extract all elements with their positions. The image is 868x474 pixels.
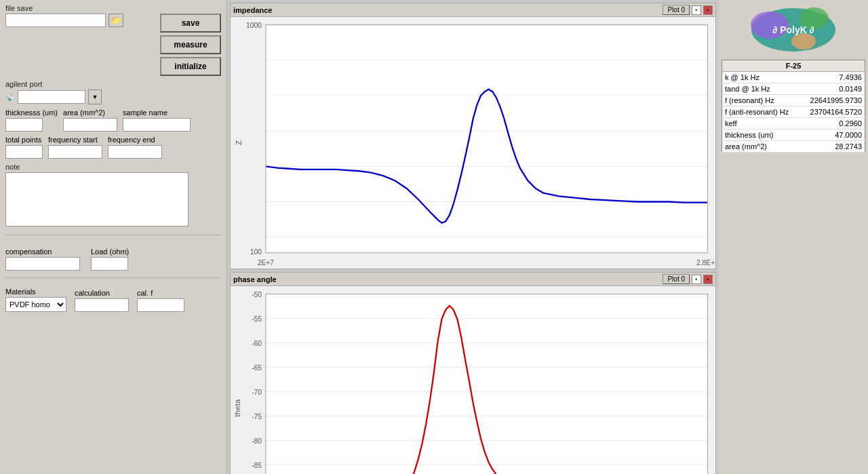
- thickness-input[interactable]: 47: [5, 118, 43, 132]
- info-value: 0.0149: [800, 83, 865, 95]
- svg-rect-18: [266, 294, 708, 474]
- measure-button[interactable]: measure: [160, 35, 221, 54]
- calculation-label: calculation: [75, 289, 129, 297]
- file-save-label: file save: [5, 4, 155, 12]
- phase-plot-controls: Plot 0 ▪ ▪: [663, 274, 713, 284]
- calculation-input[interactable]: [75, 298, 129, 312]
- divider-2: [5, 277, 221, 278]
- info-value: 7.4936: [800, 72, 865, 83]
- gpib-dropdown-button[interactable]: ▼: [88, 90, 102, 104]
- svg-rect-1: [266, 25, 708, 253]
- info-value: 0.2960: [800, 118, 865, 130]
- compensation-label: compensation: [5, 248, 80, 256]
- phase-plot0-button[interactable]: Plot 0: [663, 274, 690, 284]
- materials-label: Materials: [5, 288, 66, 296]
- svg-text:-50: -50: [252, 291, 262, 298]
- info-table-row: area (mm^2)28.2743: [722, 141, 865, 153]
- impedance-title: impedance: [233, 6, 272, 14]
- phase-chart: -50 -55 -60 -65 -70 -75 -80 -85 -90 -95 …: [231, 286, 715, 474]
- info-table-row: f (anti-resonant) Hz23704164.5720: [722, 106, 865, 118]
- info-table: F-25 k @ 1k Hz7.4936tand @ 1k Hz0.0149f …: [722, 60, 865, 153]
- svg-text:100: 100: [250, 248, 262, 256]
- total-points-label: total points: [5, 136, 43, 144]
- impedance-plot-container: impedance Plot 0 ▪ ▪: [230, 3, 716, 269]
- initialize-button[interactable]: initialize: [160, 57, 221, 76]
- folder-button[interactable]: 📁: [108, 14, 123, 27]
- compensation-input[interactable]: [5, 257, 80, 271]
- info-table-row: k @ 1k Hz7.4936: [722, 72, 865, 83]
- freq-end-label: frequency end: [108, 136, 162, 144]
- sample-name-label: sample name: [123, 108, 191, 117]
- gpib-icon: 📡: [5, 94, 14, 101]
- divider-1: [5, 235, 221, 235]
- info-table-row: thickness (um)47.0000: [722, 130, 865, 141]
- note-textarea[interactable]: [5, 172, 189, 226]
- info-table-header: F-25: [722, 60, 865, 72]
- load-input[interactable]: 50: [91, 257, 128, 271]
- cal-f-label: cal. f: [137, 289, 184, 297]
- load-label: Load (ohm): [91, 248, 129, 256]
- materials-select[interactable]: PVDF homo: [5, 297, 66, 312]
- thickness-label: thicknesss (um): [5, 108, 58, 117]
- info-label: tand @ 1k Hz: [722, 83, 800, 95]
- save-button[interactable]: save: [160, 14, 221, 33]
- svg-text:-55: -55: [252, 315, 262, 323]
- impedance-plot-icon1[interactable]: ▪: [692, 5, 701, 15]
- svg-text:-80: -80: [252, 437, 262, 445]
- impedance-plot0-button[interactable]: Plot 0: [663, 5, 690, 15]
- center-panel: impedance Plot 0 ▪ ▪: [227, 0, 719, 474]
- file-path-input[interactable]: C:\Users\b...\test\small: [5, 14, 106, 27]
- phase-plot-icon1[interactable]: ▪: [692, 275, 701, 284]
- svg-text:-60: -60: [252, 340, 262, 347]
- area-input[interactable]: 28.2743: [63, 118, 117, 132]
- info-label: thickness (um): [722, 130, 800, 141]
- svg-point-47: [791, 33, 816, 50]
- svg-text:-70: -70: [252, 389, 262, 396]
- svg-text:-75: -75: [252, 413, 262, 420]
- phase-title: phase angle: [233, 275, 277, 283]
- info-table-row: tand @ 1k Hz0.0149: [722, 83, 865, 95]
- impedance-plot-header: impedance Plot 0 ▪ ▪: [231, 3, 715, 17]
- total-points-input[interactable]: 1000: [5, 145, 43, 159]
- svg-text:theta: theta: [233, 399, 241, 416]
- freq-start-label: frequency start: [48, 136, 102, 144]
- svg-text:frequency: frequency: [470, 268, 505, 269]
- note-label: note: [5, 163, 221, 171]
- impedance-chart: 1000 100 2E+7 2.8E+7 frequency Z: [231, 17, 715, 269]
- svg-text:Z: Z: [235, 140, 243, 145]
- impedance-plot-icon2[interactable]: ▪: [703, 5, 713, 15]
- gpib-input[interactable]: GPIB0::17:: [18, 90, 85, 104]
- phase-plot-area: -50 -55 -60 -65 -70 -75 -80 -85 -90 -95 …: [231, 286, 715, 474]
- info-value: 22641995.9730: [800, 95, 865, 106]
- svg-text:∂ PolyK ∂: ∂ PolyK ∂: [772, 24, 814, 35]
- cal-f-input[interactable]: 1681E+7: [137, 298, 184, 312]
- info-value: 23704164.5720: [800, 106, 865, 118]
- freq-end-input[interactable]: 2.8E+7: [108, 145, 162, 159]
- info-label: area (mm^2): [722, 141, 800, 153]
- info-table-row: keff0.2960: [722, 118, 865, 130]
- logo-area: ∂ PolyK ∂: [722, 3, 865, 57]
- left-panel: file save C:\Users\b...\test\small 📁 sav…: [0, 0, 227, 474]
- phase-plot-icon2[interactable]: ▪: [703, 275, 713, 284]
- info-label: keff: [722, 118, 800, 130]
- area-label: area (mm^2): [63, 108, 117, 117]
- info-label: k @ 1k Hz: [722, 72, 800, 83]
- svg-text:2E+7: 2E+7: [258, 259, 275, 266]
- impedance-plot-controls: Plot 0 ▪ ▪: [663, 5, 713, 15]
- phase-plot-container: phase angle Plot 0 ▪ ▪: [230, 272, 716, 474]
- info-table-row: f (resonant) Hz22641995.9730: [722, 95, 865, 106]
- agilent-port-label: agilent port: [5, 80, 221, 88]
- phase-plot-header: phase angle Plot 0 ▪ ▪: [231, 273, 715, 286]
- info-label: f (resonant) Hz: [722, 95, 800, 106]
- svg-text:2.8E+7: 2.8E+7: [696, 259, 715, 266]
- polyk-logo: ∂ PolyK ∂: [749, 6, 837, 54]
- sample-name-input[interactable]: F-25: [123, 118, 191, 132]
- info-label: f (anti-resonant) Hz: [722, 106, 800, 118]
- svg-text:-85: -85: [252, 462, 262, 469]
- info-value: 47.0000: [800, 130, 865, 141]
- impedance-plot-area: 1000 100 2E+7 2.8E+7 frequency Z: [231, 17, 715, 269]
- svg-text:-65: -65: [252, 364, 262, 372]
- right-panel: ∂ PolyK ∂ F-25 k @ 1k Hz7.4936tand @ 1k …: [719, 0, 868, 474]
- freq-start-input[interactable]: 2E+7: [48, 145, 102, 159]
- svg-text:1000: 1000: [246, 22, 262, 29]
